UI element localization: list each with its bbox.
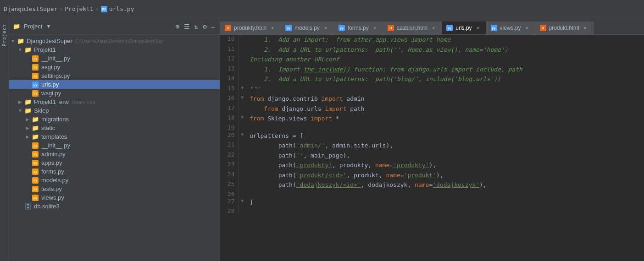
projekt1-arrow: ▼ [17,47,24,52]
line-code-11: 2. Add a URL to urlpatterns: path('', Ho… [246,45,644,55]
line-fold-26 [239,190,246,197]
line-fold-27[interactable]: ▼ [239,197,246,207]
tab-forms-close[interactable]: × [372,25,378,31]
code-line-14: 14 2. Add a URL to urlpatterns: path('bl… [220,74,644,84]
tree-item-apps[interactable]: py apps.py [9,158,220,167]
tree-item-migrations[interactable]: ▶ 📁 migrations [9,115,220,124]
tree-item-urls[interactable]: py urls.py [9,80,220,89]
tree-item-templates[interactable]: ▶ 📁 templates [9,132,220,141]
tab-produkt-icon: H [540,25,546,31]
projekt1env-folder-icon: 📁 [24,98,32,105]
tree-item-tests[interactable]: py tests.py [9,185,220,193]
file-tree-header: 📁 Project ▼ ⊕ ☰ ⇅ ⚙ — [9,18,220,35]
tab-produkty[interactable]: H produkty.html × [220,22,281,34]
tree-item-root[interactable]: ▼ 📁 DjangoJestSuper C:\Users\Asus\Deskto… [9,37,220,45]
line-code-19 [246,124,644,131]
tree-item-init1[interactable]: py __init__.py [9,54,220,63]
tree-dropdown-arrow[interactable]: ▼ [47,23,50,29]
line-fold-25 [239,180,246,190]
line-code-27: ] [246,197,644,207]
tab-szablon-close[interactable]: × [430,25,437,31]
tab-views-close[interactable]: × [524,25,530,31]
line-num-10: 10 [220,35,239,45]
tree-item-projekt1env[interactable]: ▶ 📁 Projekt1_env library root [9,98,220,106]
projekt1-folder-icon: 📁 [24,46,32,53]
tab-urls-close[interactable]: × [475,25,481,31]
tree-item-asgi[interactable]: py asgi.py [9,63,220,71]
code-line-20: 20 ▼ urlpatterns = [ [220,131,644,141]
line-fold-15[interactable]: ▼ [239,84,246,94]
tree-add-btn[interactable]: ⊕ [174,22,180,31]
line-fold-12 [239,54,246,65]
apps-icon: py [31,160,39,166]
file-tree-title: Project [24,23,42,30]
projekt1-label: Projekt1 [34,46,56,53]
line-num-19: 19 [220,124,239,131]
code-line-12: 12 Including another URLconf [220,54,644,65]
tree-collapse-btn[interactable]: ☰ [183,22,191,31]
tree-item-forms[interactable]: py forms.py [9,167,220,176]
code-line-17: 17 from django.urls import path [220,104,644,114]
static-arrow: ▶ [24,125,31,130]
tree-minimize-btn[interactable]: — [211,22,216,31]
line-code-21: path('admin/', admin.site.urls), [246,141,644,151]
tree-item-views[interactable]: py views.py [9,193,220,202]
migrations-folder-icon: 📁 [31,116,39,123]
tab-models-close[interactable]: × [322,25,329,31]
code-line-11: 11 2. Add a URL to urlpatterns: path('',… [220,45,644,55]
line-fold-11 [239,45,246,55]
line-fold-16[interactable]: ▼ [239,94,246,104]
line-num-26: 26 [220,190,239,197]
line-num-18: 18 [220,114,239,124]
static-label: static [41,125,55,131]
tree-sort-btn[interactable]: ⇅ [194,22,199,31]
tree-settings-btn[interactable]: ⚙ [202,22,207,31]
root-arrow: ▼ [9,38,17,44]
breadcrumb-projekt1[interactable]: Projekt1 [65,5,94,12]
code-line-28: 28 [220,207,644,214]
breadcrumb-sep1: › [59,5,63,12]
code-table: 10 1. Add an import: from other_app.view… [220,35,644,214]
init2-label: __init__.py [41,142,70,149]
projekt1env-arrow: ▶ [17,99,24,104]
main-layout: Project 📁 Project ▼ ⊕ ☰ ⇅ ⚙ — ▼ 📁 Django… [0,18,644,261]
tree-item-static[interactable]: ▶ 📁 static [9,124,220,132]
tab-views[interactable]: py views.py × [486,22,535,34]
code-content[interactable]: 10 1. Add an import: from other_app.view… [220,35,644,261]
line-num-21: 21 [220,141,239,151]
sidebar-strip: Project [0,18,9,261]
tab-urls-icon: py [446,25,453,31]
tree-item-db[interactable]: 🗄️ db.sqlite3 [9,202,220,211]
tab-forms-icon: py [339,25,345,31]
file-tree-content: ▼ 📁 DjangoJestSuper C:\Users\Asus\Deskto… [9,35,220,261]
tab-szablon[interactable]: H szablon.html × [383,22,442,34]
tree-item-settings[interactable]: py settings.py [9,71,220,80]
code-line-15: 15 ▼ """ [220,84,644,94]
code-line-21: 21 path('admin/', admin.site.urls), [220,141,644,151]
line-code-26 [246,190,644,197]
line-fold-20[interactable]: ▼ [239,131,246,141]
line-fold-18[interactable]: ▼ [239,114,246,124]
line-num-17: 17 [220,104,239,114]
tab-models-label: models.py [294,25,320,31]
tree-item-projekt1[interactable]: ▼ 📁 Projekt1 [9,45,220,54]
init1-icon: py [31,55,39,62]
tab-urls[interactable]: py urls.py × [442,22,486,34]
tree-item-models[interactable]: py models.py [9,176,220,185]
tab-produkt-close[interactable]: × [582,25,588,31]
tree-item-sklep[interactable]: ▼ 📁 Sklep [9,106,220,115]
tab-views-label: views.py [500,25,521,31]
tab-produkty-close[interactable]: × [269,25,276,31]
tree-item-init2[interactable]: py __init__.py [9,141,220,150]
tab-views-icon: py [491,25,497,31]
models-icon: py [31,177,39,184]
code-line-23: 23 path('produkty', produkty, name='prod… [220,160,644,170]
breadcrumb-root[interactable]: DjangoJestSuper [4,5,57,12]
tab-forms[interactable]: py forms.py × [334,22,383,34]
tree-item-admin[interactable]: py admin.py [9,150,220,158]
line-num-24: 24 [220,170,239,180]
views-label: views.py [41,194,64,201]
tab-produkt[interactable]: H produkt.html × [535,22,594,34]
tree-item-wsgi[interactable]: py wsgi.py [9,89,220,98]
tab-models[interactable]: py models.py × [281,22,334,34]
